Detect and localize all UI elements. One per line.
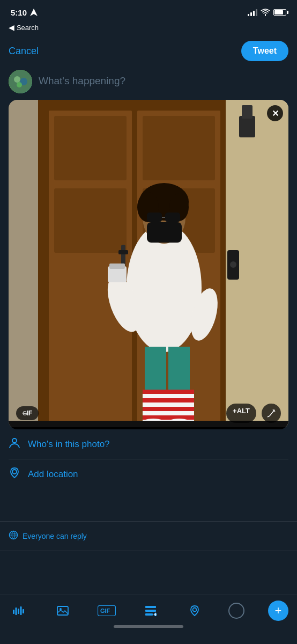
close-photo-button[interactable]: ✕ [267, 105, 283, 121]
svg-rect-64 [16, 608, 17, 615]
location-toolbar-icon[interactable] [184, 601, 205, 621]
attached-photo [9, 100, 288, 427]
svg-rect-68 [57, 606, 68, 615]
svg-point-4 [17, 82, 22, 87]
svg-point-76 [193, 608, 197, 612]
cancel-button[interactable]: Cancel [9, 46, 39, 57]
alt-text-button[interactable]: +ALT [226, 404, 256, 423]
svg-rect-67 [23, 609, 24, 613]
reply-section[interactable]: Everyone can reply [0, 521, 297, 551]
home-indicator [114, 625, 183, 628]
svg-point-57 [12, 438, 17, 443]
svg-rect-45 [168, 394, 194, 398]
svg-rect-10 [54, 188, 127, 253]
reply-label: Everyone can reply [23, 532, 87, 540]
svg-rect-21 [239, 116, 255, 137]
svg-point-20 [230, 261, 236, 268]
avatar [9, 70, 32, 93]
svg-rect-9 [54, 116, 127, 180]
svg-rect-35 [168, 347, 190, 390]
wifi-icon [261, 9, 270, 16]
svg-rect-74 [145, 613, 153, 616]
avatar-image [9, 70, 32, 93]
compose-input-area[interactable]: What's happening? [39, 70, 288, 89]
svg-rect-63 [13, 610, 14, 614]
battery-icon [273, 9, 286, 16]
location-pin-icon [9, 467, 20, 481]
compose-placeholder[interactable]: What's happening? [39, 70, 288, 89]
add-tweet-button[interactable]: + [268, 601, 288, 621]
svg-marker-0 [30, 9, 38, 16]
status-right [248, 9, 286, 16]
photo-overlay-buttons: GIF +ALT [9, 404, 288, 423]
svg-rect-22 [242, 105, 253, 119]
svg-rect-53 [109, 264, 125, 269]
svg-rect-31 [147, 213, 162, 222]
photo-container: ✕ [9, 100, 288, 429]
svg-rect-37 [143, 394, 168, 398]
image-icon[interactable] [53, 601, 73, 621]
action-bar: Cancel Tweet [0, 36, 297, 65]
svg-rect-34 [145, 347, 166, 390]
add-location-option[interactable]: Add location [9, 459, 288, 489]
svg-point-58 [12, 470, 17, 474]
svg-rect-73 [145, 610, 156, 612]
svg-rect-38 [143, 398, 168, 402]
thread-icon[interactable] [140, 601, 161, 621]
gif-toolbar-icon[interactable]: GIF [96, 601, 117, 621]
back-button[interactable]: ◀ Search [9, 23, 39, 32]
svg-rect-32 [165, 213, 180, 222]
svg-rect-65 [18, 609, 19, 614]
svg-rect-72 [145, 606, 156, 608]
audio-icon[interactable] [9, 601, 29, 621]
navigation-icon [30, 9, 38, 16]
tweet-button[interactable]: Tweet [241, 41, 288, 61]
svg-point-2 [14, 76, 20, 83]
reply-option[interactable]: Everyone can reply [9, 530, 288, 542]
gif-button[interactable]: GIF [16, 406, 39, 420]
person-icon [9, 437, 20, 451]
signal-bars [248, 9, 257, 16]
who-in-photo-label: Who's in this photo? [28, 439, 110, 450]
status-left: 5:10 [11, 8, 38, 17]
add-location-label: Add location [28, 469, 78, 480]
compose-area: What's happening? [0, 65, 297, 93]
toolbar-icons: GIF + [9, 601, 288, 621]
status-bar: 5:10 [0, 0, 297, 21]
tag-options: Who's in this photo? Add location [0, 429, 297, 489]
tweet-counter-circle[interactable] [228, 603, 244, 619]
svg-rect-30 [147, 222, 182, 243]
edit-photo-button[interactable] [262, 404, 281, 423]
photo-right-badges: +ALT [226, 404, 281, 423]
svg-text:GIF: GIF [100, 608, 110, 614]
svg-rect-46 [168, 398, 194, 402]
svg-rect-6 [9, 100, 41, 427]
svg-rect-44 [168, 390, 194, 394]
svg-rect-14 [143, 116, 215, 180]
add-icon: + [275, 605, 282, 617]
who-in-photo-option[interactable]: Who's in this photo? [9, 429, 288, 459]
status-time: 5:10 [11, 8, 27, 17]
svg-rect-36 [143, 390, 168, 394]
search-nav[interactable]: ◀ Search [0, 21, 297, 36]
globe-icon [9, 530, 18, 542]
bottom-toolbar: GIF + [0, 595, 297, 644]
svg-rect-12 [118, 250, 128, 254]
svg-rect-66 [20, 606, 22, 615]
